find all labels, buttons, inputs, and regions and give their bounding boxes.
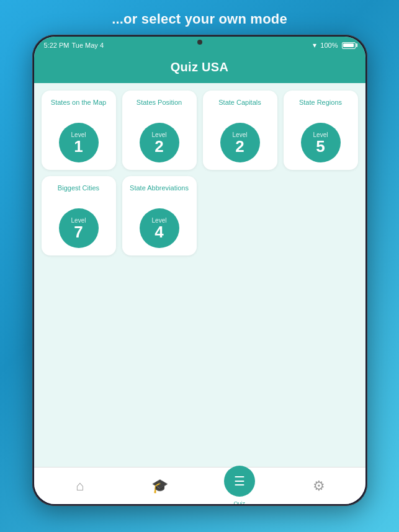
level-label-2: Level <box>152 131 167 138</box>
date: Tue May 4 <box>71 42 104 49</box>
status-left: 5:22 PM Tue May 4 <box>44 42 104 49</box>
level-circle-state-capitals: Level 2 <box>220 123 260 162</box>
level-circle-biggest-cities: Level 7 <box>59 208 99 248</box>
quiz-tab-label: Quiz <box>233 500 245 505</box>
card-title-state-abbreviations: State Abbreviations <box>130 184 189 202</box>
tab-quiz[interactable]: ☰ Quiz <box>200 466 280 505</box>
level-label-5: Level <box>71 217 86 224</box>
settings-icon: ⚙ <box>313 478 325 494</box>
card-title-state-capitals: State Capitals <box>218 98 261 117</box>
device-screen: 5:22 PM Tue May 4 ▾ 100% Quiz USA States… <box>34 37 365 504</box>
card-title-biggest-cities: Biggest Cities <box>58 184 99 202</box>
card-title-states-position: States Position <box>137 98 182 117</box>
camera-notch <box>197 40 202 45</box>
status-bar: 5:22 PM Tue May 4 ▾ 100% <box>34 37 365 54</box>
level-label-1: Level <box>71 131 86 138</box>
tab-bar: ⌂ 🎓 ☰ Quiz ⚙ <box>34 467 365 504</box>
device-frame: 5:22 PM Tue May 4 ▾ 100% Quiz USA States… <box>32 35 367 506</box>
quiz-active-button: ☰ <box>224 466 255 497</box>
quiz-grid-row2: Biggest Cities Level 7 State Abbreviatio… <box>42 176 358 255</box>
battery-icon <box>342 42 356 49</box>
level-number-3: 2 <box>235 138 244 154</box>
level-label-3: Level <box>233 131 248 138</box>
quiz-card-state-capitals[interactable]: State Capitals Level 2 <box>203 91 277 170</box>
tab-home[interactable]: ⌂ <box>40 478 120 494</box>
level-number-4: 5 <box>316 138 325 154</box>
status-right: ▾ 100% <box>313 41 355 50</box>
level-number-6: 4 <box>155 224 163 240</box>
tab-settings[interactable]: ⚙ <box>279 478 359 494</box>
quiz-icon: ☰ <box>234 474 245 489</box>
card-title-states-on-map: States on the Map <box>51 98 106 117</box>
level-circle-state-abbreviations: Level 4 <box>140 208 179 248</box>
quiz-card-state-regions[interactable]: State Regions Level 5 <box>284 91 358 170</box>
level-circle-state-regions: Level 5 <box>301 123 341 162</box>
app-title: Quiz USA <box>171 60 229 74</box>
battery-label: 100% <box>320 42 338 49</box>
level-number-2: 2 <box>155 138 163 154</box>
app-content: States on the Map Level 1 States Positio… <box>34 83 365 467</box>
home-icon: ⌂ <box>76 478 84 494</box>
quiz-grid-row1: States on the Map Level 1 States Positio… <box>42 91 358 170</box>
level-circle-states-position: Level 2 <box>140 123 179 162</box>
quiz-card-biggest-cities[interactable]: Biggest Cities Level 7 <box>42 176 116 255</box>
level-label-4: Level <box>313 131 328 138</box>
level-circle-states-on-map: Level 1 <box>59 123 99 162</box>
level-number-5: 7 <box>74 224 83 240</box>
level-label-6: Level <box>152 217 167 224</box>
learn-icon: 🎓 <box>151 478 168 494</box>
quiz-card-states-position[interactable]: States Position Level 2 <box>122 91 197 170</box>
top-heading: ...or select your own mode <box>112 11 287 27</box>
time: 5:22 PM <box>44 42 69 49</box>
tab-learn[interactable]: 🎓 <box>120 478 200 494</box>
quiz-card-states-on-map[interactable]: States on the Map Level 1 <box>42 91 116 170</box>
level-number-1: 1 <box>74 138 83 154</box>
app-header: Quiz USA <box>34 54 365 83</box>
wifi-icon: ▾ <box>313 41 316 50</box>
card-title-state-regions: State Regions <box>299 98 342 117</box>
quiz-card-state-abbreviations[interactable]: State Abbreviations Level 4 <box>122 176 197 255</box>
